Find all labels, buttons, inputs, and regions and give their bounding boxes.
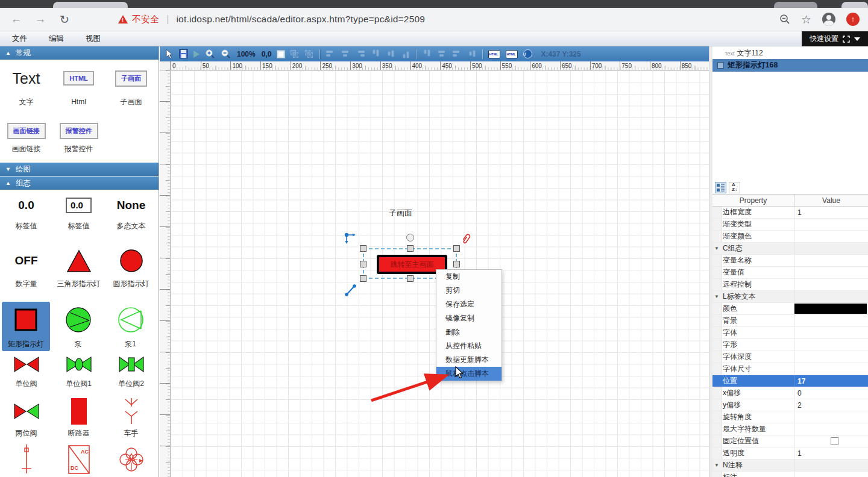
browser-update-icon[interactable]: ↑ [846,13,860,26]
property-value[interactable] [794,423,868,435]
color-swatch[interactable] [794,304,867,314]
menu-item[interactable]: 视图 [86,34,101,44]
property-row[interactable]: ▼ 字体尺寸 [712,363,868,375]
property-value[interactable] [794,327,868,338]
property-row[interactable]: ▼ 标注 [712,472,868,477]
property-row[interactable]: ▼ 透明度 1 [712,447,868,460]
property-value[interactable] [794,435,868,447]
palette-item-digital[interactable]: OFF 数字量 [0,244,52,302]
property-value[interactable] [794,267,868,278]
html-view-icon[interactable]: HTML [488,50,500,58]
attachment-paperclip-icon[interactable] [461,232,473,246]
property-value[interactable]: 17 [794,375,868,387]
select-cursor-icon[interactable] [165,49,174,59]
property-row[interactable]: ▼ 位置 17 [712,375,868,387]
palette-item-breaker[interactable]: 断路器 [52,396,105,443]
palette-item-subscreen[interactable]: 子画面 子画面 [105,61,157,119]
property-value[interactable] [794,291,868,302]
palette-item-tag-value-boxed[interactable]: 0.0 标签值 [52,191,105,244]
property-value[interactable] [794,351,868,363]
context-menu-item[interactable]: 保存选定 [436,298,502,311]
property-value[interactable]: 2 [794,399,868,411]
align-left-icon[interactable] [326,50,335,58]
distribute-icon[interactable] [467,50,477,58]
zoom-out-icon[interactable] [221,49,231,59]
zoom-in-icon[interactable] [205,49,215,59]
palette-item-rect-light[interactable]: 矩形指示灯 [2,302,50,351]
align-top-icon[interactable] [371,50,380,58]
section-header-changgui[interactable]: ▲ 常规 [0,46,159,60]
rotate-handle[interactable] [406,234,414,242]
property-row[interactable]: ▼ N注释 [712,460,868,472]
property-row[interactable]: ▼ 背景 [712,315,868,327]
quick-settings-bar[interactable]: 快速设置 [802,31,868,46]
palette-item-alarm[interactable]: 报警控件 报警控件 [52,119,105,163]
palette-item-circle-light[interactable]: 圆形指示灯 [105,244,157,302]
property-row[interactable]: ▼ 字形 [712,339,868,351]
move-anchor-icon[interactable] [344,232,357,246]
property-row[interactable]: ▼ 渐变颜色 [712,231,868,243]
palette-item-knife-switch[interactable]: 刀闸 [0,443,52,477]
palette-item-two-way-valve[interactable]: 两位阀 [0,396,52,443]
palette-item-valve[interactable]: 单位阀 [0,351,52,396]
context-menu-item[interactable]: 镜像复制 [436,311,502,325]
palette-item-valve1[interactable]: 单位阀1 [52,351,105,396]
property-value[interactable]: 1 [794,447,868,459]
property-value[interactable] [794,411,868,423]
refresh-icon[interactable]: ↻ [57,13,72,26]
palette-item-html[interactable]: HTML Html [52,61,105,119]
browser-tab[interactable] [841,2,868,8]
dropdown-caret-icon[interactable] [854,37,860,41]
object-tree-item-rect-light-selected[interactable]: 矩形指示灯168 [712,59,868,72]
bookmark-star-icon[interactable]: ☆ [801,13,811,26]
property-value[interactable] [794,315,868,326]
property-row[interactable]: ▼ 变量值 [712,267,868,279]
context-menu-item[interactable]: 从控件粘贴 [436,339,502,353]
property-row[interactable]: ▼ x偏移 0 [712,387,868,399]
palette-item-pump[interactable]: 泵 [52,302,104,351]
resize-handle-s[interactable] [407,275,414,282]
back-icon[interactable]: ← [8,13,24,26]
save-icon[interactable] [179,49,188,58]
multi-select-icon[interactable] [305,50,314,58]
palette-item-pump1[interactable]: 泵1 [104,302,157,351]
resize-handle-ne[interactable] [453,245,460,252]
property-value[interactable]: 0 [794,387,868,399]
property-row[interactable]: ▼ 颜色 [712,303,868,315]
align-right-icon[interactable] [356,50,365,58]
property-value[interactable]: 1 [794,207,868,218]
same-width-icon[interactable] [422,50,432,58]
section-header-zutai[interactable]: ▲ 组态 [0,176,159,190]
property-row[interactable]: ▼ y偏移 2 [712,399,868,411]
palette-item-multistate-text[interactable]: None 多态文本 [105,191,157,244]
palette-item-screen-link[interactable]: 画面链接 画面链接 [0,119,52,163]
property-value[interactable] [794,243,868,254]
menu-item[interactable]: 编辑 [49,34,64,44]
profile-avatar-icon[interactable] [822,13,835,26]
resize-handle-sw[interactable] [360,275,366,282]
property-row[interactable]: ▼ 边框宽度 1 [712,207,868,219]
design-canvas[interactable]: 子画面 跳转至主画面 复制 剪切 保存选定 镜像复制 删除 [171,70,709,477]
section-header-huitu[interactable]: ▼ 绘图 [0,163,159,176]
menu-item[interactable]: 文件 [12,34,27,44]
url-text[interactable]: iot.idosp.net/html/scada/editor.aspx.htm… [176,14,425,25]
palette-item-inverter[interactable]: ACDC 逆变器 [52,443,105,477]
palette-item-triangle-light[interactable]: 三角形指示灯 [52,244,105,302]
same-size-icon[interactable] [452,50,462,58]
palette-item-valve2[interactable]: 单位阀2 [105,351,157,396]
context-menu-item[interactable]: 删除 [436,325,502,339]
resize-handle-e[interactable] [453,261,460,267]
palette-item-handcart[interactable]: 车手 [105,396,157,443]
align-middle-icon[interactable] [386,50,395,58]
property-row[interactable]: ▼ 字体深度 [712,351,868,363]
forward-icon[interactable]: → [33,13,48,26]
property-row[interactable]: ▼ 固定位置值 [712,435,868,447]
property-row[interactable]: ▼ 渐变类型 [712,219,868,231]
browser-tab[interactable] [774,2,817,8]
property-row[interactable]: ▼ 最大字符数量 [712,423,868,435]
property-value[interactable] [794,363,868,375]
canvas-settings-icon[interactable] [277,50,285,58]
security-warning-icon[interactable] [118,15,128,23]
checkbox[interactable] [831,437,838,445]
security-warning-label[interactable]: 不安全 [132,14,159,25]
